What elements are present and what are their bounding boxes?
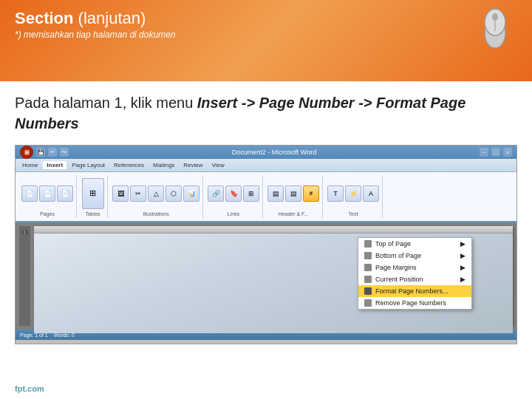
subtitle: *) memisahkan tiap halaman di dokumen	[15, 30, 517, 40]
pages-label: Pages	[40, 211, 55, 216]
ribbon-group-header-footer: ▤ ▤ # Header & F...	[265, 175, 323, 218]
mouse-icon	[480, 7, 510, 52]
tab-references[interactable]: References	[110, 161, 148, 169]
quick-access-toolbar: ⊞ 💾 ↩ ↪ Document2 - Microsoft Word − □ ×	[16, 146, 516, 159]
main-content: Pada halaman 1, klik menu Insert -> Page…	[0, 81, 532, 355]
ribbon-group-text: T ⚡ A Text	[324, 175, 383, 218]
close-btn[interactable]: ×	[503, 148, 512, 157]
blank-page-btn[interactable]: 📄	[39, 185, 55, 202]
smartart-btn[interactable]: ⬡	[166, 185, 182, 202]
ruler	[34, 226, 513, 233]
tab-mailings[interactable]: Mailings	[149, 161, 178, 169]
tab-insert[interactable]: Insert	[43, 161, 66, 169]
tab-review[interactable]: Review	[180, 161, 206, 169]
tables-label: Tables	[85, 211, 100, 216]
qat-redo[interactable]: ↪	[60, 148, 69, 157]
shapes-btn[interactable]: △	[148, 185, 164, 202]
header-footer-label: Header & F...	[279, 211, 309, 216]
cover-page-btn[interactable]: 📄	[21, 185, 38, 202]
doc-sidebar: 1	[19, 226, 30, 326]
page-number-dropdown: Top of Page ▶ Bottom of Page ▶ Page Marg…	[358, 237, 472, 310]
table-btn[interactable]: ⊞	[82, 178, 104, 209]
instruction-plain: Pada halaman 1, klik menu	[15, 95, 197, 111]
header-footer-icons: ▤ ▤ #	[267, 177, 319, 210]
header-btn[interactable]: ▤	[267, 185, 284, 202]
dropdown-remove-page-numbers[interactable]: Remove Page Numbers	[358, 297, 471, 309]
links-label: Links	[228, 211, 239, 216]
text-label: Text	[349, 211, 358, 216]
footer-brand: fpt.com	[15, 384, 44, 393]
chart-btn[interactable]: 📊	[183, 185, 200, 202]
ribbon-group-pages: 📄 📄 📄 Pages	[18, 175, 77, 218]
wordart-btn[interactable]: A	[363, 185, 379, 202]
section-title: Section (lanjutan)	[15, 9, 517, 28]
dropdown-format-page-numbers[interactable]: Format Page Numbers...	[358, 285, 471, 297]
header-bar: Section (lanjutan) *) memisahkan tiap ha…	[0, 0, 532, 81]
ribbon-tabs: Home Insert Page Layout References Maili…	[16, 159, 516, 172]
title-bold: Section	[15, 9, 73, 27]
hyperlink-btn[interactable]: 🔗	[208, 185, 224, 202]
page-break-btn[interactable]: 📄	[57, 185, 73, 202]
brand-text: fpt.com	[15, 384, 44, 393]
pages-icons: 📄 📄 📄	[21, 177, 73, 210]
tab-view[interactable]: View	[208, 161, 228, 169]
qat-undo[interactable]: ↩	[48, 148, 57, 157]
remove-page-numbers-icon	[364, 299, 372, 307]
cross-reference-btn[interactable]: ⊞	[243, 185, 259, 202]
ribbon-content: 📄 📄 📄 Pages ⊞ Tables 🖼 ✂ △ ⬡	[16, 172, 516, 222]
tab-page-layout[interactable]: Page Layout	[68, 161, 109, 169]
dropdown-top-of-page[interactable]: Top of Page ▶	[358, 238, 471, 250]
bookmark-btn[interactable]: 🔖	[225, 185, 242, 202]
dropdown-page-margins[interactable]: Page Margins ▶	[358, 262, 471, 273]
quick-parts-btn[interactable]: ⚡	[345, 185, 361, 202]
ribbon-group-links: 🔗 🔖 ⊞ Links	[205, 175, 263, 218]
format-page-numbers-icon	[364, 287, 372, 295]
svg-point-3	[492, 13, 498, 21]
dropdown-bottom-of-page[interactable]: Bottom of Page ▶	[358, 250, 471, 262]
page-margins-icon	[364, 264, 372, 271]
picture-btn[interactable]: 🖼	[112, 185, 129, 202]
text-box-btn[interactable]: T	[327, 185, 344, 202]
current-position-icon	[364, 276, 372, 283]
footer-btn[interactable]: ▤	[285, 185, 301, 202]
maximize-btn[interactable]: □	[491, 148, 500, 157]
titlebar-text: Document2 - Microsoft Word	[72, 149, 477, 156]
ribbon-group-tables: ⊞ Tables	[78, 175, 108, 218]
tables-icons: ⊞	[82, 177, 104, 210]
minimize-btn[interactable]: −	[480, 148, 488, 157]
bottom-of-page-icon	[364, 252, 372, 259]
qat-save[interactable]: 💾	[36, 148, 45, 157]
ribbon-group-illustrations: 🖼 ✂ △ ⬡ 📊 Illustrations	[109, 175, 203, 218]
clipart-btn[interactable]: ✂	[130, 185, 146, 202]
top-of-page-icon	[364, 240, 372, 248]
office-button[interactable]: ⊞	[20, 146, 33, 159]
page-number-btn[interactable]: #	[303, 185, 319, 202]
instruction-text: Pada halaman 1, klik menu Insert -> Page…	[15, 92, 517, 134]
illustrations-label: Illustrations	[143, 211, 168, 216]
word-screenshot: ⊞ 💾 ↩ ↪ Document2 - Microsoft Word − □ ×…	[15, 145, 517, 344]
text-icons: T ⚡ A	[327, 177, 379, 210]
sidebar-mark: 1	[22, 230, 28, 234]
title-normal: (lanjutan)	[78, 9, 146, 27]
illustrations-icons: 🖼 ✂ △ ⬡ 📊	[112, 177, 200, 210]
dropdown-current-position[interactable]: Current Position ▶	[358, 273, 471, 285]
tab-home[interactable]: Home	[18, 161, 41, 169]
links-icons: 🔗 🔖 ⊞	[208, 177, 259, 210]
